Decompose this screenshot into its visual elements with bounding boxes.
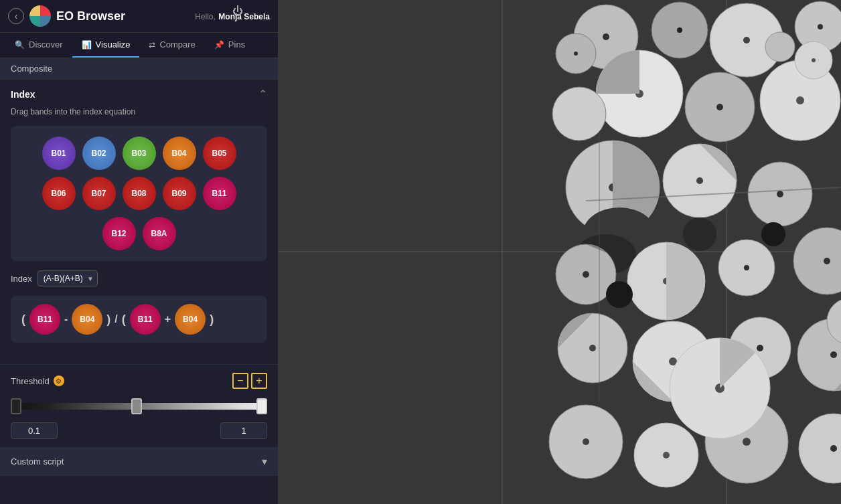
threshold-settings-icon[interactable]: ⚙ (54, 375, 64, 386)
discover-icon: 🔍 (15, 40, 25, 50)
band-B06[interactable]: B06 (42, 177, 76, 210)
band-B08[interactable]: B08 (123, 177, 156, 210)
composite-label: Composite (11, 64, 52, 74)
app-header: ‹ EO Browser ⏻ Hello, Monja Sebela (0, 0, 278, 33)
slider-track-wrapper (11, 397, 267, 416)
greeting-text: Hello, (195, 12, 216, 21)
band-B05[interactable]: B05 (203, 137, 236, 170)
content-area: Index ⌃ Drag bands into the index equati… (0, 80, 278, 504)
band-B03[interactable]: B03 (123, 137, 156, 170)
tab-compare-label: Compare (159, 39, 195, 50)
index-section-header: Index ⌃ (11, 88, 267, 100)
band-B11[interactable]: B11 (203, 177, 236, 210)
visualize-icon: 📊 (82, 40, 92, 50)
threshold-plus-button[interactable]: + (251, 373, 267, 389)
threshold-values (11, 422, 267, 439)
composite-bar: Composite (0, 58, 278, 80)
tab-visualize-label: Visualize (96, 39, 131, 50)
band-B01[interactable]: B01 (42, 137, 76, 170)
bands-row-3: B12 B8A (21, 217, 256, 250)
tab-visualize[interactable]: 📊 Visualize (72, 33, 140, 58)
pins-icon: 📌 (214, 40, 224, 50)
formula-band-B11-2[interactable]: B11 (130, 304, 161, 335)
band-B09[interactable]: B09 (163, 177, 196, 210)
band-B04[interactable]: B04 (163, 137, 196, 170)
header-right: ⏻ Hello, Monja Sebela (195, 10, 270, 22)
band-B12[interactable]: B12 (102, 217, 136, 250)
threshold-section: Threshold ⚙ − + (0, 365, 278, 447)
formula-paren-open-1: ( (21, 313, 25, 327)
map-svg (278, 0, 841, 504)
index-formula-select-wrapper: (A-B)(A+B) (37, 270, 98, 286)
app-logo (29, 5, 51, 27)
slider-thumb-left[interactable] (11, 398, 21, 414)
threshold-header: Threshold ⚙ − + (11, 373, 267, 389)
app-title: EO Browser (56, 9, 125, 23)
band-B07[interactable]: B07 (82, 177, 116, 210)
nav-tabs: 🔍 Discover 📊 Visualize ⇄ Compare 📌 Pins (0, 33, 278, 58)
slider-thumb-right[interactable] (256, 398, 267, 414)
tab-discover-label: Discover (29, 39, 63, 50)
index-section-title: Index (11, 89, 35, 100)
power-button[interactable]: ⏻ (232, 5, 243, 17)
formula-minus: - (64, 313, 68, 325)
index-formula-select[interactable]: (A-B)(A+B) (37, 270, 98, 286)
custom-script-chevron: ▾ (262, 455, 267, 468)
slider-track (11, 403, 267, 410)
formula-div: / (114, 313, 117, 325)
bands-row-1: B01 B02 B03 B04 B05 (21, 137, 256, 170)
index-select-row: Index (A-B)(A+B) (11, 270, 267, 286)
svg-rect-65 (278, 0, 841, 504)
threshold-slider-container (11, 397, 267, 416)
threshold-text: Threshold (11, 376, 50, 386)
formula-paren-open-2: ( (122, 313, 126, 327)
formula-band-B04-2[interactable]: B04 (175, 304, 206, 335)
index-formula-label: Index (11, 274, 32, 284)
index-section: Index ⌃ Drag bands into the index equati… (0, 80, 278, 365)
bands-container: B01 B02 B03 B04 B05 B06 B07 B08 B09 B11 … (11, 126, 267, 261)
custom-script-label: Custom script (11, 456, 64, 467)
band-B8A[interactable]: B8A (143, 217, 176, 250)
header-left: ‹ EO Browser (8, 5, 125, 27)
threshold-min-input[interactable] (11, 422, 58, 439)
formula-box: ( B11 - B04 ) / ( B11 + B04 ) (11, 296, 267, 343)
index-toggle-button[interactable]: ⌃ (258, 88, 267, 100)
slider-thumb-mid[interactable] (131, 398, 142, 414)
tab-pins-label: Pins (228, 39, 245, 50)
back-button[interactable]: ‹ (8, 8, 24, 24)
formula-band-B11-1[interactable]: B11 (29, 304, 60, 335)
compare-icon: ⇄ (149, 40, 155, 50)
formula-paren-close-2: ) (210, 313, 214, 327)
formula-band-B04-1[interactable]: B04 (72, 304, 102, 335)
custom-script-bar[interactable]: Custom script ▾ (0, 447, 278, 476)
threshold-buttons: − + (232, 373, 267, 389)
threshold-minus-button[interactable]: − (232, 373, 248, 389)
formula-plus: + (165, 313, 171, 325)
user-name: Monja Sebela (218, 12, 270, 21)
map-area (278, 0, 841, 504)
tab-compare[interactable]: ⇄ Compare (139, 33, 204, 58)
band-B02[interactable]: B02 (82, 137, 116, 170)
tab-pins[interactable]: 📌 Pins (205, 33, 254, 58)
drag-instruction: Drag bands into the index equation (11, 107, 267, 116)
threshold-max-input[interactable] (220, 422, 267, 439)
threshold-label-group: Threshold ⚙ (11, 375, 64, 386)
sidebar: ‹ EO Browser ⏻ Hello, Monja Sebela 🔍 Dis… (0, 0, 278, 504)
tab-discover[interactable]: 🔍 Discover (5, 33, 72, 58)
bands-row-2: B06 B07 B08 B09 B11 (21, 177, 256, 210)
formula-paren-close-1: ) (106, 313, 110, 327)
